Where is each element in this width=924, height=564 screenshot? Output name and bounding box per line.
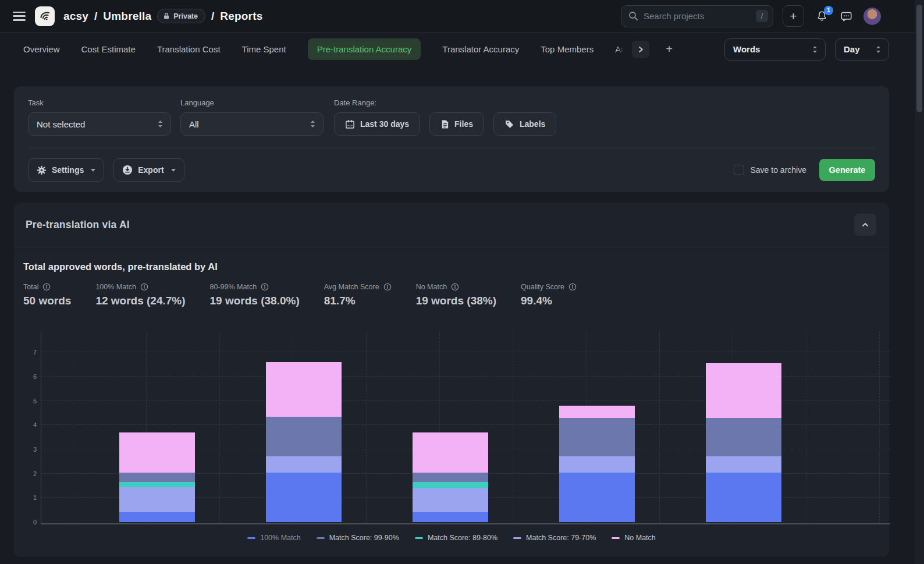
gridline-horizontal	[41, 352, 890, 352]
labels-filter-button[interactable]: Labels	[493, 112, 556, 136]
lock-icon	[163, 12, 170, 20]
page-scrollbar[interactable]	[915, 0, 924, 564]
tab-cost-estimate[interactable]: Cost Estimate	[81, 44, 136, 54]
bar-segment-100-match[interactable]	[266, 473, 342, 522]
bar-segment-no-match[interactable]	[119, 432, 195, 473]
search-shortcut-key: /	[756, 10, 768, 22]
tab-overview[interactable]: Overview	[23, 44, 60, 54]
export-button[interactable]: Export	[113, 158, 184, 182]
task-filter-group: Task Not selected	[28, 98, 171, 136]
language-select[interactable]: All	[180, 112, 324, 136]
stat-label: Avg Match Score	[324, 283, 379, 291]
bar-segment-match-score-89-80-[interactable]	[413, 482, 488, 488]
bar-segment-match-score-89-80-[interactable]	[119, 482, 195, 487]
info-icon[interactable]	[383, 283, 392, 291]
tab-ar[interactable]: Ar	[615, 44, 624, 54]
bar-segment-match-score-79-70-[interactable]	[559, 456, 635, 472]
bar-segment-match-score-79-70-[interactable]	[119, 487, 195, 513]
bar-segment-match-score-79-70-[interactable]	[266, 456, 342, 472]
y-axis-tick: 6	[24, 373, 37, 381]
date-range-button[interactable]: Last 30 days	[334, 112, 420, 136]
stat-label: Total	[23, 283, 38, 291]
bar-segment-match-score-99-90-[interactable]	[266, 417, 342, 457]
chart-legend: 100% MatchMatch Score: 99-90%Match Score…	[14, 534, 889, 542]
scrollbar-thumb[interactable]	[916, 5, 922, 112]
info-icon[interactable]	[261, 283, 269, 291]
legend-label: Match Score: 89-80%	[428, 534, 497, 542]
gridline-vertical	[73, 332, 73, 523]
chart-section-title: Total approved words, pre-translated by …	[23, 261, 889, 272]
tab-translator-accuracy[interactable]: Translator Accuracy	[442, 44, 519, 54]
legend-item[interactable]: Match Score: 99-90%	[317, 534, 399, 542]
legend-item[interactable]: 100% Match	[247, 534, 300, 542]
collapse-panel-button[interactable]	[854, 214, 876, 236]
sort-arrows-icon	[157, 119, 164, 129]
info-icon[interactable]	[451, 283, 459, 291]
files-filter-button[interactable]: Files	[429, 112, 484, 136]
search-input[interactable]: Search projects /	[621, 5, 773, 27]
bar-segment-match-score-99-90-[interactable]	[559, 418, 635, 457]
y-axis-tick: 7	[24, 348, 37, 356]
stat-label: 80-99% Match	[210, 283, 257, 291]
save-to-archive-checkbox[interactable]	[734, 165, 744, 175]
legend-swatch	[247, 537, 255, 539]
bar-segment-no-match[interactable]	[559, 406, 635, 418]
bar-segment-match-score-99-90-[interactable]	[706, 418, 781, 457]
legend-item[interactable]: No Match	[612, 534, 656, 542]
messages-button[interactable]	[840, 10, 853, 23]
unit-select[interactable]: Words	[724, 38, 826, 61]
app-logo[interactable]	[35, 6, 55, 26]
bar-segment-no-match[interactable]	[706, 363, 781, 418]
breadcrumb-project[interactable]: Umbrella	[103, 10, 151, 23]
stat-item: 100% Match12 words (24.7%)	[95, 283, 185, 307]
user-avatar[interactable]	[863, 8, 881, 25]
gridline-vertical	[806, 332, 806, 523]
tab-translation-cost[interactable]: Translation Cost	[157, 44, 221, 54]
breadcrumb-org[interactable]: acsy	[63, 10, 88, 23]
bar-segment-100-match[interactable]	[706, 473, 781, 522]
create-project-button[interactable]: +	[783, 5, 804, 27]
bar-segment-100-match[interactable]	[559, 473, 635, 522]
chevron-up-icon	[861, 221, 869, 229]
panel-divider	[14, 247, 889, 247]
bar-segment-match-score-99-90-[interactable]	[413, 473, 488, 483]
info-icon[interactable]	[42, 283, 51, 291]
bar-segment-100-match[interactable]	[413, 512, 488, 522]
chart-plot: 01234567	[41, 332, 890, 524]
y-axis-tick: 1	[24, 494, 37, 502]
notifications-button[interactable]: 1	[816, 10, 828, 23]
gridline-vertical	[219, 332, 220, 523]
task-select[interactable]: Not selected	[28, 112, 171, 136]
info-icon[interactable]	[568, 283, 577, 291]
bar-segment-100-match[interactable]	[119, 512, 195, 522]
bar-segment-match-score-79-70-[interactable]	[413, 488, 488, 513]
save-to-archive-toggle[interactable]: Save to archive	[734, 165, 807, 175]
download-icon	[122, 165, 133, 175]
legend-item[interactable]: Match Score: 89-80%	[415, 534, 497, 542]
date-range-group: Date Range: Last 30 days	[334, 98, 556, 136]
info-icon[interactable]	[140, 283, 148, 291]
legend-item[interactable]: Match Score: 79-70%	[513, 534, 596, 542]
add-tab-button[interactable]: +	[666, 42, 673, 56]
sort-arrows-icon	[875, 45, 882, 54]
stat-label: Quality Score	[521, 283, 564, 291]
tab-pre-translation-accuracy[interactable]: Pre-translation Accuracy	[308, 38, 421, 60]
bar-segment-no-match[interactable]	[413, 432, 488, 473]
task-label: Task	[28, 98, 171, 107]
period-select[interactable]: Day	[835, 38, 889, 61]
report-tabbar: OverviewCost EstimateTranslation CostTim…	[0, 33, 924, 65]
legend-swatch	[513, 537, 521, 539]
hamburger-menu-icon[interactable]	[13, 12, 26, 21]
tab-top-members[interactable]: Top Members	[541, 44, 594, 54]
bar-segment-match-score-99-90-[interactable]	[119, 473, 195, 483]
y-axis-tick: 4	[24, 421, 37, 429]
tab-time-spent[interactable]: Time Spent	[242, 44, 286, 54]
settings-button[interactable]: Settings	[28, 158, 104, 182]
chat-icon	[840, 10, 853, 23]
bar-segment-match-score-79-70-[interactable]	[706, 456, 781, 472]
more-tabs-button[interactable]	[632, 41, 649, 58]
stat-label: No Match	[416, 283, 447, 291]
generate-button[interactable]: Generate	[819, 159, 875, 181]
bar-segment-no-match[interactable]	[266, 362, 342, 417]
pre-translation-panel: Pre-translation via AI Total approved wo…	[14, 203, 889, 557]
